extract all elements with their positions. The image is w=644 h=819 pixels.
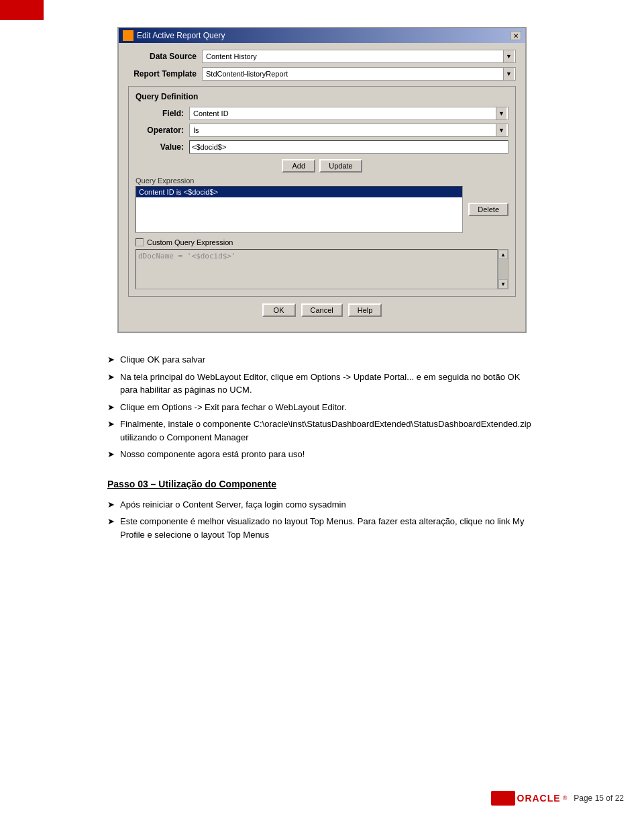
value-input[interactable]: <$docid$> [189, 140, 508, 154]
list-item: ➤ Clique em Options -> Exit para fechar … [107, 401, 537, 414]
bullet-text-3: Clique em Options -> Exit para fechar o … [120, 401, 347, 414]
arrow-bullet-icon: ➤ [107, 353, 115, 367]
dialog-body: Data Source Content History ▼ Report Tem… [119, 43, 525, 332]
add-update-buttons: Add Update [136, 159, 508, 173]
delete-button-col: Delete [468, 186, 508, 233]
list-item: ➤ Nosso componente agora está pronto par… [107, 448, 537, 461]
query-definition-section: Query Definition Field: Content ID ▼ Ope… [128, 86, 516, 297]
section-heading: Passo 03 – Utilização do Componente [107, 477, 537, 491]
text-body: ➤ Clique OK para salvar ➤ Na tela princi… [54, 353, 590, 541]
data-source-label: Data Source [128, 52, 202, 61]
arrow-bullet-icon: ➤ [107, 448, 115, 461]
list-item: ➤ Após reiniciar o Content Server, faça … [107, 498, 537, 512]
ok-button[interactable]: OK [262, 303, 296, 317]
report-template-label: Report Template [128, 69, 202, 79]
section-bullet-1: Após reiniciar o Content Server, faça lo… [120, 498, 346, 512]
data-source-row: Data Source Content History ▼ [128, 50, 516, 63]
value-label: Value: [136, 142, 189, 152]
bullet-text-1: Clique OK para salvar [120, 353, 205, 367]
oracle-label: ORACLE [517, 793, 561, 804]
textarea-scroll-down[interactable]: ▼ [498, 279, 508, 289]
custom-query-textarea[interactable] [136, 249, 498, 289]
operator-label: Operator: [136, 126, 189, 135]
arrow-bullet-icon: ➤ [107, 401, 115, 414]
custom-query-checkbox-row: Custom Query Expression [136, 238, 508, 246]
custom-query-label: Custom Query Expression [147, 238, 233, 246]
dialog-close-button[interactable]: ✕ [511, 31, 521, 40]
oracle-logo-icon [491, 791, 515, 806]
field-select[interactable]: Content ID ▼ [189, 107, 508, 120]
field-value: Content ID [191, 109, 229, 117]
value-row: Value: <$docid$> [136, 140, 508, 154]
operator-row: Operator: Is ▼ [136, 124, 508, 137]
field-dropdown-arrow[interactable]: ▼ [496, 107, 506, 119]
bullet-text-4: Finalmente, instale o componente C:\orac… [120, 418, 537, 444]
query-expression-section: Query Expression Content ID is <$docid$>… [136, 177, 508, 233]
cancel-button[interactable]: Cancel [301, 303, 343, 317]
report-template-value: StdContentHistoryReport [204, 70, 288, 78]
bullet-list: ➤ Clique OK para salvar ➤ Na tela princi… [107, 353, 537, 461]
oracle-logo: ORACLE ® [491, 791, 568, 806]
dialog-icon [123, 30, 133, 41]
dialog-title: Edit Active Report Query [137, 31, 225, 40]
arrow-bullet-icon: ➤ [107, 418, 115, 431]
oracle-trademark: ® [563, 795, 568, 802]
add-button[interactable]: Add [282, 159, 315, 173]
query-definition-title: Query Definition [136, 92, 508, 101]
bottom-buttons: OK Cancel Help [128, 303, 516, 322]
delete-button[interactable]: Delete [468, 203, 508, 216]
arrow-bullet-icon: ➤ [107, 498, 115, 512]
query-expression-list[interactable]: Content ID is <$docid$> [136, 186, 463, 233]
report-template-select[interactable]: StdContentHistoryReport ▼ [202, 67, 516, 81]
data-source-value: Content History [204, 52, 257, 60]
textarea-scroll-up[interactable]: ▲ [498, 250, 508, 259]
arrow-bullet-icon: ➤ [107, 515, 115, 528]
operator-select[interactable]: Is ▼ [189, 124, 508, 137]
list-item: ➤ Clique OK para salvar [107, 353, 537, 367]
footer: ORACLE ® Page 15 of 22 [491, 791, 625, 806]
page-number: Page 15 of 22 [574, 793, 624, 803]
value-text: <$docid$> [192, 143, 226, 151]
edit-report-query-dialog: Edit Active Report Query ✕ Data Source C… [117, 27, 527, 333]
section-bullet-2: Este componente é melhor visualizado no … [120, 515, 537, 541]
arrow-bullet-icon: ➤ [107, 371, 115, 384]
query-expression-area: Content ID is <$docid$> Delete [136, 186, 508, 233]
help-button[interactable]: Help [348, 303, 382, 317]
dialog-titlebar-left: Edit Active Report Query [123, 30, 225, 41]
section-bullet-list: ➤ Após reiniciar o Content Server, faça … [107, 498, 537, 542]
custom-query-checkbox[interactable] [136, 238, 144, 246]
update-button[interactable]: Update [319, 159, 362, 173]
field-row: Field: Content ID ▼ [136, 107, 508, 120]
bullet-text-5: Nosso componente agora está pronto para … [120, 448, 305, 461]
field-label: Field: [136, 109, 189, 118]
report-template-dropdown-arrow[interactable]: ▼ [503, 68, 514, 80]
query-list-item[interactable]: Content ID is <$docid$> [136, 187, 462, 197]
operator-dropdown-arrow[interactable]: ▼ [496, 124, 506, 136]
query-expression-label: Query Expression [136, 177, 508, 185]
top-bar [0, 0, 44, 20]
list-item: ➤ Este componente é melhor visualizado n… [107, 515, 537, 541]
data-source-dropdown-arrow[interactable]: ▼ [503, 50, 514, 62]
dialog-titlebar: Edit Active Report Query ✕ [119, 28, 525, 43]
bullet-text-2: Na tela principal do WebLayout Editor, c… [120, 371, 537, 397]
custom-query-section: Custom Query Expression ▲ ▼ [136, 238, 508, 289]
list-item: ➤ Na tela principal do WebLayout Editor,… [107, 371, 537, 397]
report-template-row: Report Template StdContentHistoryReport … [128, 67, 516, 81]
list-item: ➤ Finalmente, instale o componente C:\or… [107, 418, 537, 444]
data-source-select[interactable]: Content History ▼ [202, 50, 516, 63]
operator-value: Is [191, 126, 199, 134]
